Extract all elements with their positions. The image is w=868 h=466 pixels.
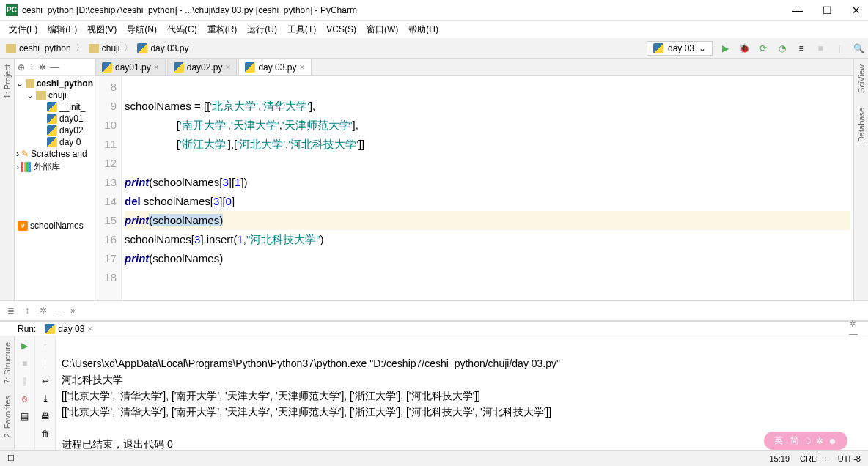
editor-tabs: day01.py× day02.py× day 03.py× <box>95 59 853 76</box>
close-icon[interactable]: × <box>299 62 304 73</box>
layout-button[interactable]: ▤ <box>18 410 32 423</box>
clear-button[interactable]: 🗑 <box>39 427 52 440</box>
breadcrumb-folder[interactable]: chuji <box>86 42 123 55</box>
line-num: 10 <box>97 116 117 135</box>
tab-day03[interactable]: day 03.py× <box>238 59 311 75</box>
menu-run[interactable]: 运行(U) <box>243 22 282 37</box>
hide-icon[interactable]: — <box>53 304 66 317</box>
print-button[interactable]: 🖶 <box>39 410 52 423</box>
line-num: 17 <box>97 249 117 268</box>
gear-icon[interactable]: ✲ <box>39 62 46 73</box>
run-left-strip: 7: Structure 2: Favorites <box>0 336 15 466</box>
stop-button[interactable]: ■ <box>18 357 32 370</box>
breadcrumb-root[interactable]: ceshi_python <box>3 42 74 55</box>
filter-icon[interactable]: ↕ <box>21 304 34 317</box>
favorites-tool-button[interactable]: 2: Favorites <box>3 393 12 440</box>
console-line: 河北科技大学 <box>62 374 123 385</box>
profile-button[interactable]: ◔ <box>776 42 789 55</box>
menu-tools[interactable]: 工具(T) <box>283 22 320 37</box>
python-file-icon <box>47 125 57 136</box>
chevron-right-icon: 〉 <box>76 42 84 54</box>
tree-scratches[interactable]: ›✎Scratches and <box>16 148 93 160</box>
tree-folder-chuji[interactable]: ⌄chuji <box>16 89 93 101</box>
gear-icon[interactable]: ✲ <box>37 304 50 317</box>
code-body[interactable]: schoolNames = [['北京大学','清华大学'], ['南开大学',… <box>122 76 853 300</box>
pause-button[interactable]: ‖ <box>18 374 32 388</box>
menu-window[interactable]: 窗口(W) <box>362 22 402 37</box>
gear-icon[interactable]: ✲ — <box>849 322 862 336</box>
menu-code[interactable]: 代码(C) <box>163 22 202 37</box>
soft-wrap-button[interactable]: ↩ <box>39 374 52 388</box>
run-console[interactable]: C:\Users\xd\AppData\Local\Programs\Pytho… <box>56 336 868 466</box>
moon-icon: ☽ <box>803 436 812 446</box>
run-config-selector[interactable]: day 03⌄ <box>647 41 713 56</box>
code-editor[interactable]: 8 9 10 11 12 13 14 15 16 17 18 schoolNam… <box>95 76 853 300</box>
run-panel: 7: Structure 2: Favorites ▶ ■ ‖ ⎋ ▤ ↑ ↓ … <box>0 336 868 466</box>
tree-file-init[interactable]: __init_ <box>16 101 93 113</box>
target-icon[interactable]: ⊕ <box>18 62 25 73</box>
search-everywhere-button[interactable]: 🔍 <box>852 42 865 55</box>
structure-tool-button[interactable]: 7: Structure <box>3 339 12 387</box>
folder-icon <box>36 91 46 100</box>
menu-view[interactable]: 视图(V) <box>83 22 121 37</box>
menu-help[interactable]: 帮助(H) <box>404 22 443 37</box>
menu-navigate[interactable]: 导航(N) <box>122 22 161 37</box>
tree-external-libs[interactable]: ›外部库 <box>16 160 93 174</box>
python-file-icon <box>137 43 147 53</box>
tree-file-day01[interactable]: day01 <box>16 113 93 125</box>
maximize-button[interactable]: ☐ <box>821 4 833 16</box>
line-num: 8 <box>97 78 117 97</box>
expand-icon[interactable]: ÷ <box>29 62 34 73</box>
hide-icon[interactable]: — <box>51 62 59 73</box>
menu-vcs[interactable]: VCS(S) <box>322 23 361 36</box>
breadcrumb-file[interactable]: day 03.py <box>134 42 191 55</box>
menu-edit[interactable]: 编辑(E) <box>43 22 81 37</box>
line-num: 12 <box>97 154 117 173</box>
concurrency-button[interactable]: ≡ <box>795 42 808 55</box>
file-encoding[interactable]: UTF-8 <box>838 454 861 463</box>
project-tree: ⌄ceshi_python ⌄chuji __init_ day01 day02… <box>15 76 95 175</box>
minimize-button[interactable]: — <box>792 4 803 16</box>
stop-button[interactable]: ■ <box>814 42 827 55</box>
title-bar: PC ceshi_python [D:\ceship7\ceshi_python… <box>0 0 868 21</box>
structure-variable[interactable]: vschoolNames <box>18 220 84 232</box>
more-icon[interactable]: » <box>70 306 76 316</box>
tree-label: day 0 <box>59 137 81 147</box>
rerun-button[interactable]: ▶ <box>18 339 32 352</box>
database-tool-button[interactable]: Database <box>857 105 866 145</box>
close-button[interactable]: ✕ <box>850 4 862 16</box>
up-button[interactable]: ↑ <box>39 339 52 352</box>
folder-icon <box>6 44 16 53</box>
tree-file-day03[interactable]: day 0 <box>16 136 93 148</box>
run-header: Run: day 03× ✲ — <box>0 321 868 336</box>
menu-file[interactable]: 文件(F) <box>4 22 42 37</box>
left-tool-strip: 1: Project <box>0 59 15 300</box>
run-coverage-button[interactable]: ⟳ <box>757 42 770 55</box>
tree-file-day02[interactable]: day02 <box>16 125 93 136</box>
sciview-tool-button[interactable]: SciView <box>857 62 866 96</box>
library-icon <box>21 162 32 172</box>
close-icon[interactable]: × <box>154 62 159 73</box>
tab-day01[interactable]: day01.py× <box>95 59 166 75</box>
close-icon[interactable]: × <box>87 324 92 334</box>
cursor-position[interactable]: 15:19 <box>769 454 790 463</box>
menu-refactor[interactable]: 重构(R) <box>203 22 242 37</box>
debug-button[interactable]: 🐞 <box>738 42 751 55</box>
line-num: 9 <box>97 97 117 116</box>
status-icon[interactable]: ☐ <box>7 454 15 463</box>
ime-label: 英 , 简 <box>774 434 799 447</box>
down-button[interactable]: ↓ <box>39 357 52 370</box>
ime-badge[interactable]: 英 , 简 ☽✲☻ <box>764 432 847 450</box>
line-num: 15 <box>97 211 117 230</box>
sort-icon[interactable]: ≣ <box>4 304 18 317</box>
close-icon[interactable]: × <box>225 62 230 73</box>
tree-root[interactable]: ⌄ceshi_python <box>16 78 93 89</box>
scroll-to-end-button[interactable]: ⤓ <box>39 392 52 405</box>
menu-bar: 文件(F) 编辑(E) 视图(V) 导航(N) 代码(C) 重构(R) 运行(U… <box>0 21 868 38</box>
project-tool-button[interactable]: 1: Project <box>3 62 12 101</box>
project-panel: ⊕ ÷ ✲ — ⌄ceshi_python ⌄chuji __init_ day… <box>15 59 95 300</box>
run-button[interactable]: ▶ <box>718 42 732 55</box>
exit-button[interactable]: ⎋ <box>18 392 32 405</box>
line-separator[interactable]: CRLF ÷ <box>800 454 828 463</box>
tab-day02[interactable]: day02.py× <box>167 59 238 75</box>
